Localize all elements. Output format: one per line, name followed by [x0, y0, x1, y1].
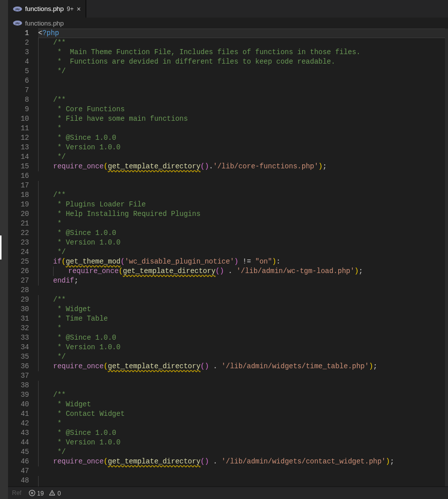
code-line[interactable]: * [38, 324, 448, 333]
line-number[interactable]: 48 [8, 476, 38, 485]
line-number[interactable]: 32 [8, 324, 38, 333]
breadcrumb[interactable]: php functions.php [8, 18, 448, 29]
code-line[interactable] [38, 476, 448, 485]
line-number[interactable]: 39 [8, 390, 38, 400]
line-number[interactable]: 29 [8, 295, 38, 305]
code-line[interactable]: /** [38, 390, 448, 400]
code-line[interactable]: /** [38, 38, 448, 48]
code-line[interactable] [38, 86, 448, 95]
code-line[interactable] [38, 286, 448, 295]
line-number[interactable]: 23 [8, 238, 38, 247]
code-line[interactable]: * Widget [38, 305, 448, 314]
code-line[interactable] [38, 171, 448, 181]
line-number[interactable]: 20 [8, 209, 38, 219]
code-line[interactable]: if(get_theme_mod('wc_disable_plugin_noti… [38, 257, 448, 267]
line-number[interactable]: 34 [8, 343, 38, 352]
line-number[interactable]: 47 [8, 466, 38, 476]
line-number[interactable]: 35 [8, 352, 38, 362]
code-line[interactable]: /** [38, 295, 448, 305]
line-number[interactable]: 17 [8, 181, 38, 190]
line-number[interactable]: 15 [8, 162, 38, 171]
code-line[interactable]: endif; [38, 276, 448, 286]
code-line[interactable]: */ [38, 447, 448, 457]
code-line[interactable]: * @Since 1.0.0 [38, 333, 448, 343]
code-line[interactable]: * File have some main functions [38, 114, 448, 124]
line-number[interactable]: 46 [8, 457, 38, 466]
line-number[interactable]: 26 [8, 267, 38, 276]
line-number[interactable]: 40 [8, 400, 38, 409]
code-line[interactable] [38, 371, 448, 381]
code-line[interactable]: * Functions are devided in different fil… [38, 57, 448, 67]
line-number[interactable]: 1 [8, 29, 38, 38]
code-line[interactable]: <?php [38, 29, 448, 38]
code-line[interactable]: * Widget [38, 400, 448, 409]
line-number[interactable]: 37 [8, 371, 38, 381]
line-number[interactable]: 49 [8, 485, 38, 486]
line-number[interactable]: 18 [8, 190, 38, 200]
line-number[interactable]: 31 [8, 314, 38, 324]
line-number[interactable]: 16 [8, 171, 38, 181]
code-line[interactable]: * Contact Widget [38, 409, 448, 419]
line-number[interactable]: 5 [8, 67, 38, 76]
code-line[interactable] [38, 466, 448, 476]
code-line[interactable]: /** [38, 485, 448, 486]
line-number[interactable]: 7 [8, 86, 38, 95]
line-number[interactable]: 43 [8, 428, 38, 438]
code-line[interactable]: require_once(get_template_directory() . … [38, 362, 448, 371]
code-line[interactable]: * Version 1.0.0 [38, 238, 448, 247]
code-editor[interactable]: 1234567891011121314151617181920212223242… [8, 29, 448, 486]
line-number[interactable]: 11 [8, 124, 38, 133]
line-number[interactable]: 44 [8, 438, 38, 447]
line-number[interactable]: 36 [8, 362, 38, 371]
line-number[interactable]: 14 [8, 152, 38, 162]
code-line[interactable]: * Help Installing Required Plugins [38, 209, 448, 219]
line-number[interactable]: 41 [8, 409, 38, 419]
line-number[interactable]: 21 [8, 219, 38, 228]
line-number[interactable]: 38 [8, 381, 38, 390]
code-line[interactable]: */ [38, 152, 448, 162]
code-line[interactable]: * Core Functions [38, 105, 448, 114]
code-line[interactable]: /** [38, 190, 448, 200]
code-line[interactable]: * @Since 1.0.0 [38, 428, 448, 438]
code-line[interactable]: * [38, 219, 448, 228]
line-number[interactable]: 4 [8, 57, 38, 67]
code-line[interactable]: require_once(get_template_directory() . … [38, 267, 448, 276]
code-line[interactable]: * @Since 1.0.0 [38, 228, 448, 238]
editor-tab-functions-php[interactable]: php functions.php 9+ × [8, 0, 86, 18]
code-line[interactable]: * Time Table [38, 314, 448, 324]
code-line[interactable] [38, 381, 448, 390]
code-line[interactable]: require_once(get_template_directory().'/… [38, 162, 448, 171]
activity-bar[interactable] [0, 0, 8, 499]
line-number[interactable]: 24 [8, 247, 38, 257]
code-line[interactable]: * Version 1.0.0 [38, 438, 448, 447]
code-line[interactable]: * Version 1.0.0 [38, 343, 448, 352]
line-number[interactable]: 2 [8, 38, 38, 48]
line-number[interactable]: 28 [8, 286, 38, 295]
code-line[interactable]: require_once(get_template_directory() . … [38, 457, 448, 466]
code-line[interactable]: */ [38, 67, 448, 76]
line-number[interactable]: 12 [8, 133, 38, 143]
status-problems[interactable]: 19 0 [29, 489, 61, 497]
line-number[interactable]: 9 [8, 105, 38, 114]
line-number[interactable]: 45 [8, 447, 38, 457]
code-line[interactable]: */ [38, 247, 448, 257]
code-line[interactable]: * Version 1.0.0 [38, 143, 448, 152]
line-number[interactable]: 27 [8, 276, 38, 286]
code-line[interactable] [38, 181, 448, 190]
line-number[interactable]: 3 [8, 48, 38, 57]
line-number[interactable]: 13 [8, 143, 38, 152]
line-number[interactable]: 8 [8, 95, 38, 105]
code-line[interactable]: * [38, 419, 448, 428]
line-number[interactable]: 33 [8, 333, 38, 343]
code-line[interactable] [38, 76, 448, 86]
line-number[interactable]: 25 [8, 257, 38, 267]
code-area[interactable]: <?php /** * Main Theme Function File, In… [38, 29, 448, 486]
minimap[interactable] [445, 29, 448, 486]
code-line[interactable]: * Plugins Loader File [38, 200, 448, 209]
line-number[interactable]: 10 [8, 114, 38, 124]
line-number-gutter[interactable]: 1234567891011121314151617181920212223242… [8, 29, 38, 486]
tab-close-button[interactable]: × [77, 6, 81, 13]
line-number[interactable]: 6 [8, 76, 38, 86]
line-number[interactable]: 19 [8, 200, 38, 209]
code-line[interactable]: */ [38, 352, 448, 362]
